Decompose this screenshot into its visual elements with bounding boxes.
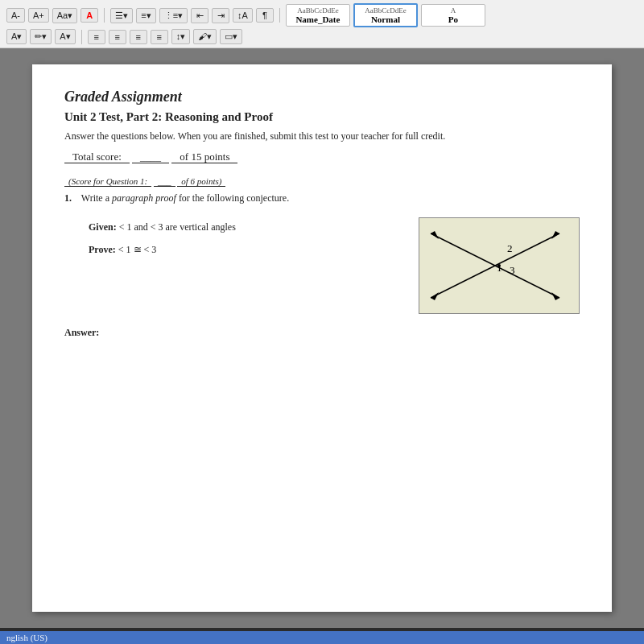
prove-label: Prove:	[89, 244, 116, 255]
given-label: Given:	[89, 221, 117, 233]
align-center-button[interactable]: ≡	[109, 30, 126, 44]
diagram-svg: 2 1 3	[423, 221, 576, 310]
font-grow-button[interactable]: A+	[28, 8, 49, 23]
bullets-button[interactable]: ☰▾	[110, 8, 133, 23]
svg-marker-5	[551, 231, 559, 239]
style-name-date[interactable]: AaBbCcDdEe Name_Date	[286, 4, 350, 27]
style-name-label-1: Name_Date	[293, 14, 343, 24]
style-normal[interactable]: AaBbCcDdEe Normal	[353, 3, 418, 27]
doc-score: Total score: ____ of 15 points	[64, 151, 580, 163]
diagram-label-1: 1	[497, 262, 502, 274]
svg-marker-2	[431, 231, 439, 239]
q1-text-italic: paragraph proof	[112, 192, 176, 204]
style-label-1: AaBbCcDdEe	[293, 6, 343, 14]
svg-marker-4	[431, 292, 439, 300]
toolbar-row-1: A- A+ Aa▾ A ☰▾ ≡▾ ⋮≡▾ ⇤ ⇥ ↕A ¶ AaBbCcDdE…	[6, 3, 638, 27]
diagram-container: 2 1 3	[419, 217, 580, 314]
doc-instructions: Answer the questions below. When you are…	[64, 130, 580, 142]
document-page: Graded Assignment Unit 2 Test, Part 2: R…	[32, 64, 612, 612]
question1-text: 1. Write a paragraph proof for the follo…	[64, 192, 580, 204]
diagram-label-2: 2	[507, 242, 513, 254]
pilcrow-button[interactable]: ¶	[256, 8, 274, 23]
q1-score-blank: ___	[154, 176, 175, 187]
total-score-suffix: of 15 points	[171, 151, 237, 163]
question1-number: 1.	[64, 192, 72, 204]
style-name-label-3: Po	[428, 14, 478, 24]
style-label-3: A	[428, 6, 478, 14]
align-right-button[interactable]: ≡	[130, 30, 147, 44]
proof-box: Given: < 1 and < 3 are vertical angles P…	[89, 217, 580, 314]
q1-text-before: Write a	[81, 192, 109, 204]
style-po[interactable]: A Po	[421, 4, 485, 27]
language-status: nglish (US)	[6, 633, 47, 642]
font-case-button[interactable]: Aa▾	[52, 8, 77, 23]
svg-marker-1	[551, 292, 559, 300]
given-text: < 1 and < 3 are vertical angles	[119, 221, 236, 233]
clear-format-button[interactable]: A	[80, 8, 98, 23]
diagram-label-3: 3	[510, 264, 515, 276]
numbering-button[interactable]: ≡▾	[136, 8, 155, 23]
increase-indent-button[interactable]: ⇥	[212, 8, 229, 23]
multilevel-list-button[interactable]: ⋮≡▾	[159, 8, 188, 23]
line-spacing-button[interactable]: ↕▾	[171, 29, 191, 44]
prove-line: Prove: < 1 ≅ < 3	[89, 240, 402, 259]
total-score-blank: ____	[132, 151, 169, 163]
given-line: Given: < 1 and < 3 are vertical angles	[89, 217, 402, 237]
q1-text-after: for the following conjecture.	[179, 192, 289, 204]
question1-score: (Score for Question 1: ___ of 6 points)	[64, 176, 580, 186]
style-label-2: AaBbCcDdEe	[361, 6, 410, 14]
toolbar: A- A+ Aa▾ A ☰▾ ≡▾ ⋮≡▾ ⇤ ⇥ ↕A ¶ AaBbCcDdE…	[0, 0, 644, 48]
q1-score-suffix: of 6 points)	[177, 176, 225, 187]
answer-label: Answer:	[64, 327, 580, 339]
justify-button[interactable]: ≡	[151, 30, 168, 44]
separator-3	[81, 30, 82, 44]
status-bar: nglish (US)	[0, 631, 644, 644]
language-text: nglish (US)	[6, 633, 47, 642]
total-score-label: Total score:	[64, 151, 130, 163]
border-button[interactable]: ▭▾	[220, 29, 242, 44]
font-shrink-button[interactable]: A-	[6, 8, 25, 23]
document-area: Graded Assignment Unit 2 Test, Part 2: R…	[0, 48, 644, 628]
highlight-button[interactable]: ✏▾	[30, 29, 52, 44]
font-color-button[interactable]: A▾	[6, 29, 27, 44]
separator-1	[104, 8, 105, 23]
proof-statements: Given: < 1 and < 3 are vertical angles P…	[89, 217, 402, 314]
doc-title: Graded Assignment	[64, 89, 580, 105]
separator-2	[279, 8, 280, 23]
sort-button[interactable]: ↕A	[233, 8, 253, 23]
toolbar-row-2: A▾ ✏▾ A▾ ≡ ≡ ≡ ≡ ↕▾ 🖌▾ ▭▾	[6, 29, 638, 44]
underline-color-button[interactable]: A▾	[55, 29, 75, 44]
svg-point-6	[497, 264, 501, 267]
shading-button[interactable]: 🖌▾	[193, 29, 217, 44]
q1-score-label: (Score for Question 1:	[64, 176, 151, 187]
doc-subtitle: Unit 2 Test, Part 2: Reasoning and Proof	[64, 110, 580, 124]
style-name-label-2: Normal	[361, 14, 410, 24]
decrease-indent-button[interactable]: ⇤	[191, 8, 208, 23]
prove-text: < 1 ≅ < 3	[118, 244, 157, 255]
align-left-button[interactable]: ≡	[88, 30, 105, 44]
